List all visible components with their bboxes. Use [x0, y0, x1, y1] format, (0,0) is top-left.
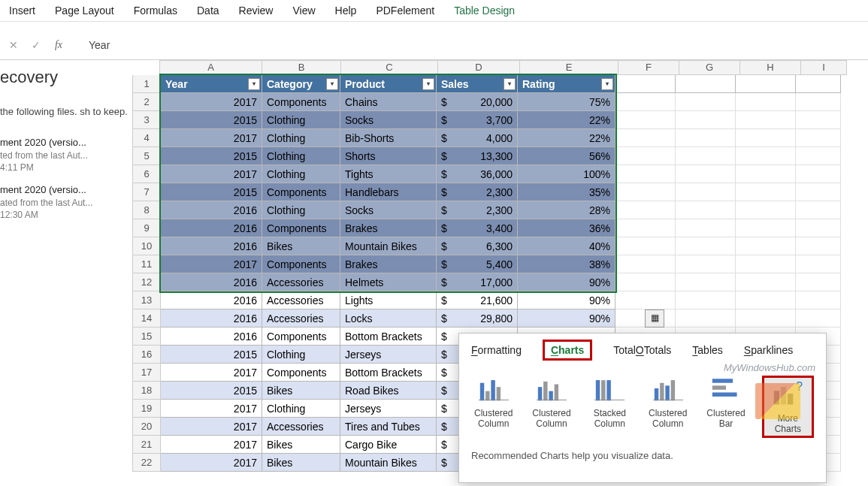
qa-tab-sparklines[interactable]: Sparklines — [744, 344, 793, 361]
cell-empty[interactable] — [676, 273, 736, 291]
cell-empty[interactable] — [676, 183, 736, 201]
qa-tab-tables[interactable]: Tables — [692, 344, 722, 361]
cell[interactable]: 40% — [518, 237, 615, 255]
qa-chart-option[interactable]: StackedColumn — [588, 376, 632, 429]
column-header-A[interactable]: A — [159, 60, 262, 75]
cell-empty[interactable] — [796, 111, 841, 129]
table-header-category[interactable]: Category▾ — [262, 75, 340, 93]
cell-empty[interactable] — [736, 183, 796, 201]
cell[interactable]: Accessories — [262, 291, 340, 309]
cell-empty[interactable] — [736, 129, 796, 147]
cell[interactable]: 22% — [518, 129, 615, 147]
cell[interactable]: Chains — [340, 93, 437, 111]
cell[interactable]: 2016 — [161, 328, 262, 346]
cell[interactable]: 90% — [518, 273, 615, 291]
cell-empty[interactable] — [796, 183, 841, 201]
filter-dropdown-icon[interactable]: ▾ — [504, 78, 516, 90]
row-header-4[interactable]: 4 — [132, 129, 161, 147]
cell-empty[interactable] — [676, 75, 736, 93]
row-header-1[interactable]: 1 — [132, 75, 161, 93]
cell-empty[interactable] — [676, 309, 736, 328]
cell[interactable]: Components — [262, 219, 340, 237]
cell[interactable]: $5,400 — [437, 255, 518, 273]
cell[interactable]: 56% — [518, 147, 615, 165]
cell[interactable]: Clothing — [262, 111, 340, 129]
cell[interactable]: 2017 — [161, 436, 262, 454]
cell-empty[interactable] — [676, 93, 736, 111]
cell[interactable]: Accessories — [262, 309, 340, 328]
recovery-file[interactable]: ment 2020 (versio... ated from the last … — [0, 184, 128, 221]
table-header-sales[interactable]: Sales▾ — [437, 75, 518, 93]
cell[interactable]: Accessories — [262, 418, 340, 436]
cell[interactable]: Accessories — [262, 273, 340, 291]
cell-empty[interactable] — [796, 75, 841, 93]
row-header-19[interactable]: 19 — [132, 400, 161, 418]
cell-empty[interactable] — [796, 273, 841, 291]
cell-empty[interactable] — [615, 147, 676, 165]
recovery-file[interactable]: ment 2020 (versio... ted from the last A… — [0, 137, 128, 174]
cell[interactable]: 2017 — [161, 418, 262, 436]
cell[interactable]: 2016 — [161, 201, 262, 219]
row-header-15[interactable]: 15 — [132, 328, 161, 346]
cell[interactable]: Mountain Bikes — [340, 454, 437, 472]
cell-empty[interactable] — [796, 165, 841, 183]
row-header-5[interactable]: 5 — [132, 147, 161, 165]
cell-empty[interactable] — [796, 93, 841, 111]
row-header-17[interactable]: 17 — [132, 364, 161, 382]
filter-dropdown-icon[interactable]: ▾ — [326, 78, 338, 90]
cell[interactable]: $3,400 — [437, 219, 518, 237]
cell[interactable]: $20,000 — [437, 93, 518, 111]
cell[interactable]: Helmets — [340, 273, 437, 291]
cell[interactable]: 22% — [518, 111, 615, 129]
cell-empty[interactable] — [676, 147, 736, 165]
cell[interactable]: $2,300 — [437, 201, 518, 219]
cell[interactable]: Jerseys — [340, 346, 437, 364]
cell[interactable]: 2017 — [161, 93, 262, 111]
filter-dropdown-icon[interactable]: ▾ — [422, 78, 434, 90]
column-header-B[interactable]: B — [262, 60, 341, 75]
cell-empty[interactable] — [676, 201, 736, 219]
row-header-9[interactable]: 9 — [132, 219, 161, 237]
cell-empty[interactable] — [676, 111, 736, 129]
cell-empty[interactable] — [796, 291, 841, 309]
cell-empty[interactable] — [676, 255, 736, 273]
cell-empty[interactable] — [676, 165, 736, 183]
cell[interactable]: Tights — [340, 165, 437, 183]
qa-chart-option[interactable]: ClusteredBar — [703, 376, 748, 429]
cell-empty[interactable] — [736, 255, 796, 273]
cell-empty[interactable] — [736, 309, 796, 328]
cell[interactable]: Clothing — [262, 346, 340, 364]
cell[interactable]: Components — [262, 93, 340, 111]
formula-confirm-button[interactable]: ✓ — [30, 39, 42, 51]
cell[interactable]: 2016 — [161, 219, 262, 237]
row-header-7[interactable]: 7 — [132, 183, 161, 201]
cell-empty[interactable] — [736, 147, 796, 165]
cell[interactable]: 2016 — [161, 237, 262, 255]
row-header-20[interactable]: 20 — [132, 418, 161, 436]
cell-empty[interactable] — [736, 75, 796, 93]
quick-analysis-button[interactable]: ▦ — [645, 309, 664, 328]
cell-empty[interactable] — [796, 201, 841, 219]
cell-empty[interactable] — [796, 255, 841, 273]
ribbon-tab-help[interactable]: Help — [335, 5, 357, 17]
qa-chart-option[interactable]: ClusteredColumn — [471, 376, 516, 429]
row-header-18[interactable]: 18 — [132, 382, 161, 400]
cell-empty[interactable] — [615, 111, 676, 129]
row-header-13[interactable]: 13 — [132, 291, 161, 309]
column-header-F[interactable]: F — [618, 60, 679, 75]
cell[interactable]: 2017 — [161, 454, 262, 472]
cell[interactable]: Bikes — [262, 237, 340, 255]
cell[interactable]: $6,300 — [437, 237, 518, 255]
cell[interactable]: Clothing — [262, 201, 340, 219]
cell[interactable]: 2015 — [161, 147, 262, 165]
cell-empty[interactable] — [615, 75, 676, 93]
formula-cancel-button[interactable]: ✕ — [8, 39, 20, 51]
cell-empty[interactable] — [796, 309, 841, 328]
table-header-product[interactable]: Product▾ — [340, 75, 437, 93]
cell[interactable]: $2,300 — [437, 183, 518, 201]
cell[interactable]: $13,300 — [437, 147, 518, 165]
cell-empty[interactable] — [676, 219, 736, 237]
cell-empty[interactable] — [676, 129, 736, 147]
cell[interactable]: Components — [262, 255, 340, 273]
cell-empty[interactable] — [736, 273, 796, 291]
